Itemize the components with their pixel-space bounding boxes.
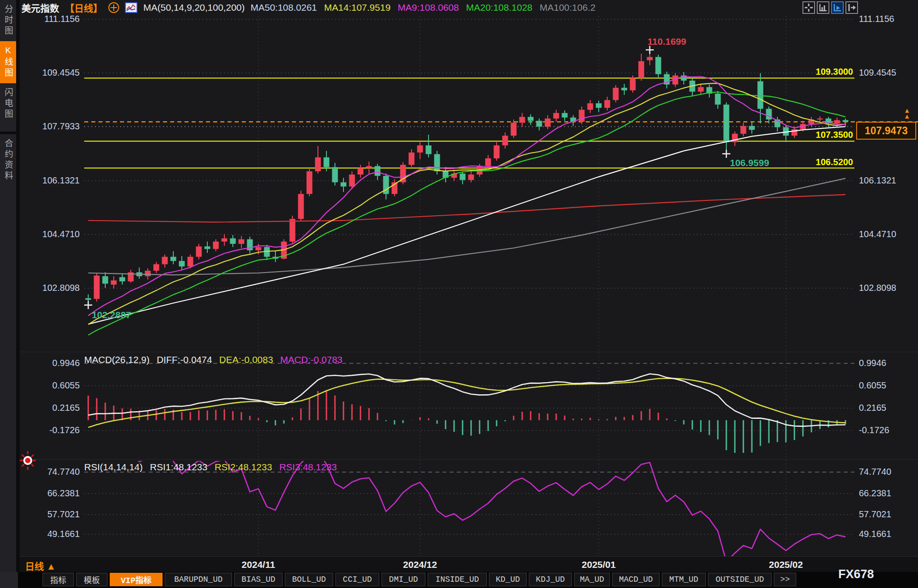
bottom-toolbar: 指标模板VIP指标BARUPDN_UDBIAS_UDBOLL_UDCCI_UDD… xyxy=(0,572,918,588)
axis-tick-label: 102.8098 xyxy=(859,283,896,293)
axis-tick-label: 66.2381 xyxy=(21,488,80,499)
left-sidebar: 分时图K线图闪电图合约资料 xyxy=(0,0,16,588)
axis-tick-label: 104.4710 xyxy=(859,229,896,239)
compare-add-icon[interactable] xyxy=(108,2,119,13)
tab-[interactable]: 模板 xyxy=(76,573,107,586)
macd-title: MACD(26,12,9) xyxy=(84,354,150,365)
axis-tick-label: 0.9946 xyxy=(859,358,886,368)
chart-header: 美元指数 【日线】 MA(50,14,9,20,100,200) MA50:10… xyxy=(21,0,596,15)
tab-outside_ud[interactable]: OUTSIDE_UD xyxy=(708,573,772,586)
axis-tick-label: 106.1321 xyxy=(21,175,80,186)
candlestick-chart[interactable] xyxy=(0,0,918,588)
macd-diff-value: DIFF:-0.0474 xyxy=(157,354,212,365)
axis-tick-label: 74.7740 xyxy=(859,467,891,477)
ma-value-label: MA14:107.9519 xyxy=(324,2,390,13)
tab-kdj_ud[interactable]: KDJ_UD xyxy=(529,573,572,586)
rsi2-value: RSI2:48.1233 xyxy=(214,462,272,473)
axis-tick-label: 107.7933 xyxy=(21,121,80,132)
axis-tick-label: 0.2165 xyxy=(859,403,886,413)
axis-bars-icon[interactable] xyxy=(817,1,829,14)
instrument-title: 美元指数 xyxy=(21,1,59,14)
axis-tick-label: 102.8098 xyxy=(21,283,80,293)
date-label: 2024/11 xyxy=(242,559,275,570)
axis-tick-label: 66.2381 xyxy=(859,488,891,499)
price-up-arrows-icon: ▲▲ xyxy=(904,107,910,119)
tab-dmi_ud[interactable]: DMI_UD xyxy=(382,573,425,586)
exit-pane-icon[interactable] xyxy=(845,1,858,14)
panel-separator xyxy=(20,352,918,352)
alert-sun-icon[interactable] xyxy=(19,450,37,471)
tab-[interactable]: 指标 xyxy=(43,573,74,586)
axis-tick-label: 104.4710 xyxy=(21,229,80,239)
axis-tick-label: 57.7021 xyxy=(21,509,80,520)
tab-ma_ud[interactable]: MA_UD xyxy=(574,573,610,586)
macd-header: MACD(26,12,9) DIFF:-0.0474 DEA:-0.0083 M… xyxy=(84,354,343,365)
ma-value-label: MA50:108.0261 xyxy=(251,2,317,13)
sidebar-divider xyxy=(16,0,20,588)
macd-macd-value: MACD:-0.0783 xyxy=(280,354,343,365)
tab-macd_ud[interactable]: MACD_UD xyxy=(612,573,660,586)
date-label: 2024/12 xyxy=(403,559,437,570)
axis-tick-label: 0.6055 xyxy=(21,380,80,391)
watermark-logo: FX678 xyxy=(838,567,874,581)
axis-tick-label: -0.1726 xyxy=(859,425,889,435)
sidebar-item-3[interactable]: 闪电图 xyxy=(0,83,16,124)
sidebar-item-4[interactable]: 合约资料 xyxy=(0,132,16,186)
tab-[interactable]: >> xyxy=(774,573,796,586)
ma-value-label: MA9:108.0608 xyxy=(398,2,459,13)
ma-settings-label: MA(50,14,9,20,100,200) xyxy=(143,2,245,13)
high-price-label: 110.1699 xyxy=(648,36,686,47)
axis-tick-label: 109.4545 xyxy=(859,68,896,78)
axis-play-icon[interactable] xyxy=(831,1,844,14)
axis-tick-label: 49.1661 xyxy=(21,529,80,539)
tab-boll_ud[interactable]: BOLL_UD xyxy=(285,573,333,586)
trading-app: 分时图K线图闪电图合约资料 美元指数 【日线】 MA(50,14,9,20,10… xyxy=(0,0,918,588)
tab-bias_ud[interactable]: BIAS_UD xyxy=(234,573,283,586)
low-price-label: 106.9599 xyxy=(730,158,769,168)
level-line-label: 107.3500 xyxy=(804,130,853,140)
axis-tick-label: 0.2165 xyxy=(21,403,80,413)
move-tool-icon[interactable] xyxy=(802,1,815,14)
tab-vip[interactable]: VIP指标 xyxy=(110,573,163,586)
axis-tick-label: 111.1156 xyxy=(859,14,894,24)
start-low-label: 102.2887 xyxy=(92,310,131,320)
panel-separator xyxy=(20,459,918,460)
tab-mtm_ud[interactable]: MTM_UD xyxy=(662,573,706,586)
axis-tick-label: -0.1726 xyxy=(21,425,80,435)
indicator-tabs: 指标模板VIP指标BARUPDN_UDBIAS_UDBOLL_UDCCI_UDD… xyxy=(43,572,796,588)
mini-chart-icon[interactable] xyxy=(125,2,137,13)
rsi-title: RSI(14,14,14) xyxy=(84,462,143,473)
axis-tick-label: 111.1156 xyxy=(21,14,80,24)
axis-tick-label: 49.1661 xyxy=(859,529,891,539)
tab-cci_ud[interactable]: CCI_UD xyxy=(335,573,379,586)
level-line-label: 106.5200 xyxy=(804,157,853,167)
axis-tick-label: 106.1321 xyxy=(859,175,896,186)
toolbar-corner xyxy=(0,572,18,588)
level-line-label: 109.3000 xyxy=(804,67,853,77)
ma-value-label: MA100:106.2 xyxy=(540,2,596,13)
axis-tick-label: 0.6055 xyxy=(859,380,886,391)
date-label: 2025/01 xyxy=(582,559,616,570)
period-tag: 【日线】 xyxy=(65,1,103,14)
ma-values: MA50:108.0261MA14:107.9519MA9:108.0608MA… xyxy=(251,2,596,13)
chart-tool-icons xyxy=(802,1,858,14)
axis-tick-label: 109.4545 xyxy=(21,68,80,78)
ma-value-label: MA20:108.1028 xyxy=(466,2,532,13)
axis-tick-label: 0.9946 xyxy=(21,358,80,368)
tab-barupdn_ud[interactable]: BARUPDN_UD xyxy=(165,573,232,586)
rsi-header: RSI(14,14,14) RSI1:48.1233 RSI2:48.1233 … xyxy=(84,462,337,473)
period-dropdown[interactable]: 日线 ▲ xyxy=(25,559,56,572)
rsi1-value: RSI1:48.1233 xyxy=(150,462,207,473)
tab-kd_ud[interactable]: KD_UD xyxy=(489,573,527,586)
date-label: 2025/02 xyxy=(769,559,803,570)
tab-inside_ud[interactable]: INSIDE_UD xyxy=(428,573,487,586)
sidebar-item-1[interactable]: 分时图 xyxy=(0,0,16,41)
date-axis: 日线 ▲ 2024/112024/122025/012025/02 xyxy=(20,556,918,572)
sidebar-item-2[interactable]: K线图 xyxy=(0,41,16,83)
rsi3-value: RSI3:48.1233 xyxy=(279,462,337,473)
macd-dea-value: DEA:-0.0083 xyxy=(219,354,273,365)
current-price-box: 107.9473 xyxy=(856,122,916,140)
axis-tick-label: 57.7021 xyxy=(859,509,891,520)
